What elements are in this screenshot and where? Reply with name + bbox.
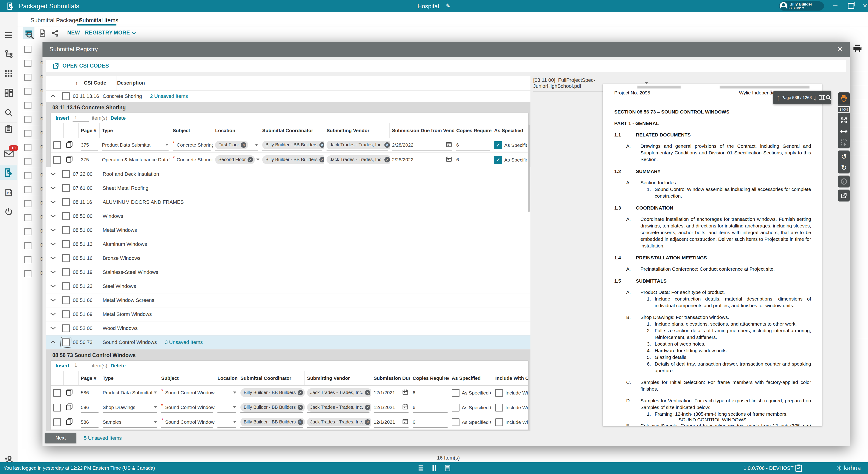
next-button[interactable]: Next [45,433,76,443]
search-icon[interactable] [0,107,17,119]
column-header[interactable]: Subject [159,371,215,385]
column-header[interactable]: Include With O [493,371,528,385]
location-select[interactable]: First Floor✕ [215,140,258,150]
chip-remove-icon[interactable]: ✕ [365,405,370,410]
search-page-icon[interactable] [825,92,832,103]
tab-submittal-packages[interactable]: Submittal Packages [31,17,81,24]
fit-width-icon[interactable] [838,126,849,137]
fit-page-icon[interactable] [838,115,849,126]
include-with-checkbox[interactable] [495,404,503,412]
expand-chevron-icon[interactable] [50,213,56,219]
due-date-input[interactable]: 2/28/2022 [392,157,413,162]
calendar-icon[interactable] [402,404,408,411]
insert-link[interactable]: Insert [56,363,69,369]
status-clipboard-icon[interactable] [795,464,802,473]
row-checkbox[interactable] [24,116,31,123]
row-checkbox[interactable] [53,141,61,149]
expand-chevron-icon[interactable] [50,325,56,331]
copies-input[interactable]: 6 [456,157,459,162]
row-checkbox[interactable] [24,200,31,207]
expand-chevron-icon[interactable] [50,185,56,191]
copy-row-icon[interactable] [66,141,73,149]
row-checkbox[interactable] [62,283,70,290]
column-header[interactable]: Submitting Vendor [305,371,371,385]
subject-input[interactable]: Sound Control Windows [165,390,215,395]
column-header[interactable]: Page # [79,123,100,138]
expand-chevron-icon[interactable] [50,171,56,177]
row-checkbox[interactable] [24,88,31,95]
messages-icon[interactable]: 10 [0,148,17,160]
print-icon[interactable] [852,44,862,54]
sidebar-item-packaged-submittals[interactable] [0,166,17,180]
chip-remove-icon[interactable]: ✕ [384,142,390,148]
coordinator-select[interactable]: Billy Builder - BB Builders✕ [262,140,322,150]
pause-icon[interactable] [432,465,437,472]
due-date-input[interactable]: 2/28/2022 [392,142,413,148]
document-view-button[interactable] [37,27,48,39]
type-select[interactable]: Shop Drawings [103,405,135,410]
column-header[interactable]: As Specified [492,123,528,138]
vertical-scrollbar-thumb[interactable] [528,124,530,212]
column-header[interactable]: Type [100,123,170,138]
row-checkbox[interactable] [24,242,31,249]
row-checkbox[interactable] [62,310,70,318]
calendar-icon[interactable] [446,141,452,149]
coordinator-select[interactable]: Billy Builder - BB Builders✕ [241,402,303,413]
queue-list-icon[interactable] [418,465,424,472]
type-select[interactable]: Samples [103,419,122,425]
csi-code-row[interactable]: 08 11 16ALUMINUM DOORS AND FRAMES [46,195,530,209]
location-select[interactable] [217,417,236,427]
coordinator-select[interactable]: Billy Builder - BB Builders✕ [241,417,303,427]
copies-input[interactable]: 6 [413,419,415,425]
row-checkbox[interactable] [62,92,70,100]
calendar-icon[interactable] [446,156,452,164]
selection-chip[interactable]: Billy Builder - BB Builders✕ [241,388,305,397]
expand-chevron-icon[interactable] [50,255,56,261]
expand-chevron-icon[interactable] [50,241,56,247]
csi-code-row[interactable]: 08 51 69Metal Storm Windows [46,307,530,321]
row-checkbox[interactable] [62,268,70,276]
expand-chevron-icon[interactable] [50,283,56,289]
expand-chevron-icon[interactable] [50,311,56,317]
copies-input[interactable]: 6 [413,405,415,410]
column-header[interactable]: Copies Required [410,371,450,385]
tasks-clipboard-icon[interactable] [0,123,17,136]
column-header[interactable]: Type [100,371,159,385]
row-checkbox[interactable] [62,198,70,206]
chip-remove-icon[interactable]: ✕ [298,419,303,425]
calendar-icon[interactable] [402,418,408,426]
page-number-input[interactable]: 586 [81,405,89,410]
select-all-checkbox[interactable] [24,46,31,53]
copy-row-icon[interactable] [66,403,73,412]
row-checkbox[interactable] [62,170,70,178]
row-checkbox[interactable] [53,418,61,426]
edit-project-icon[interactable]: ✎ [445,2,451,9]
registry-button[interactable]: REGISTRY [85,30,113,36]
csi-code-row[interactable]: 08 51 00Metal Windows [46,223,530,237]
selection-chip[interactable]: Billy Builder - BB Builders✕ [262,141,324,149]
selection-chip[interactable]: Billy Builder - BB Builders✕ [241,403,305,412]
due-date-input[interactable]: 12/1/2021 [374,390,395,395]
row-checkbox[interactable] [24,60,31,67]
csi-code-row[interactable]: 08 50 00Windows [46,209,530,223]
log-123-icon[interactable]: 123 [0,186,17,199]
row-checkbox[interactable] [62,226,70,234]
csi-code-column-header[interactable]: CSI Code [84,80,106,86]
row-checkbox[interactable] [24,270,31,277]
unsaved-items-link[interactable]: 3 Unsaved Items [165,339,203,345]
next-page-icon[interactable]: ↓ [812,93,818,102]
column-header[interactable]: Subject [170,123,213,138]
delete-link[interactable]: Delete [111,115,126,121]
window-restore-button[interactable] [848,3,854,9]
share-button[interactable] [50,27,61,39]
row-checkbox[interactable] [53,389,61,397]
menu-icon[interactable] [0,29,17,41]
grid-search-icon[interactable] [26,31,35,41]
copies-input[interactable]: 6 [413,390,415,395]
location-select[interactable] [217,388,236,398]
csi-code-row[interactable]: 08 51 23Steel Windows [46,279,530,293]
copy-row-icon[interactable] [66,418,73,426]
csi-group-row-085673[interactable]: 08 56 73 Sound Control Windows3 Unsaved … [46,335,530,350]
copies-input[interactable]: 6 [456,142,459,148]
expand-chevron-icon[interactable] [50,227,56,233]
